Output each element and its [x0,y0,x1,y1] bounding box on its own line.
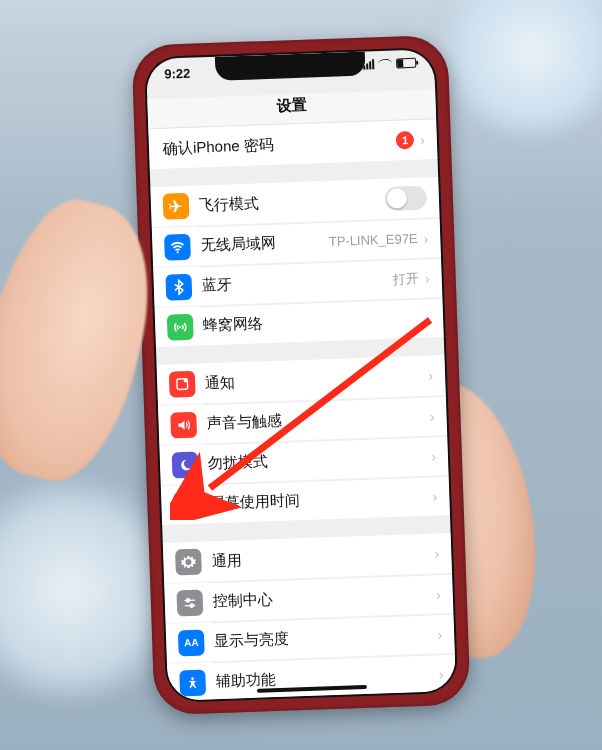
svg-point-0 [177,251,179,253]
screentime-icon [173,491,200,518]
chevron-right-icon: › [423,230,428,246]
notifications-icon [169,371,196,398]
row-detail: TP-LINK_E97E [329,231,418,249]
notification-badge: 1 [396,131,415,150]
chevron-right-icon: › [437,626,442,642]
svg-point-7 [190,603,194,607]
display-icon: AA [178,629,205,656]
airplane-icon [163,193,190,220]
bluetooth-icon [165,273,192,300]
airplane-toggle[interactable] [384,186,427,211]
chevron-right-icon: › [425,270,430,286]
chevron-right-icon: › [431,448,436,464]
cellular-icon [167,313,194,340]
svg-point-8 [191,677,194,680]
wifi-icon [164,233,191,260]
row-label: 控制中心 [213,584,437,611]
sounds-icon [170,411,197,438]
status-time: 9:22 [164,66,191,82]
chevron-right-icon: › [436,586,441,602]
chevron-right-icon: › [420,132,425,148]
accessibility-icon [179,669,206,696]
wifi-status-icon [378,59,392,69]
chevron-right-icon: › [428,367,433,383]
settings-list[interactable]: 确认iPhone 密码 1 › 飞行模式 [148,119,456,701]
row-label: 声音与触感 [206,407,430,434]
row-label: 无线局域网 [200,232,329,255]
row-detail: 打开 [393,269,420,288]
svg-point-1 [179,326,181,328]
row-label: 通用 [211,544,435,571]
background-blur [432,0,602,140]
dnd-icon [172,451,199,478]
row-label: 通知 [205,366,429,393]
row-label: 蜂窝网络 [203,309,427,336]
general-gear-icon [175,549,202,576]
row-label: 蓝牙 [201,270,393,296]
chevron-right-icon: › [430,408,435,424]
phone-frame: 9:22 设置 确认iPhone 密码 1 › [131,35,470,716]
row-label: 飞行模式 [199,189,386,214]
chevron-right-icon: › [434,545,439,561]
screen: 9:22 设置 确认iPhone 密码 1 › [146,49,456,701]
row-label: 勿扰模式 [208,447,432,474]
chevron-right-icon: › [439,666,444,682]
row-label: 屏幕使用时间 [209,486,433,513]
row-label: 确认iPhone 密码 [161,131,397,158]
row-label: 显示与亮度 [214,624,438,651]
battery-icon [396,58,416,69]
chevron-right-icon: › [432,488,437,504]
control-center-icon [176,589,203,616]
chevron-right-icon: › [426,310,431,326]
svg-point-5 [186,598,190,602]
